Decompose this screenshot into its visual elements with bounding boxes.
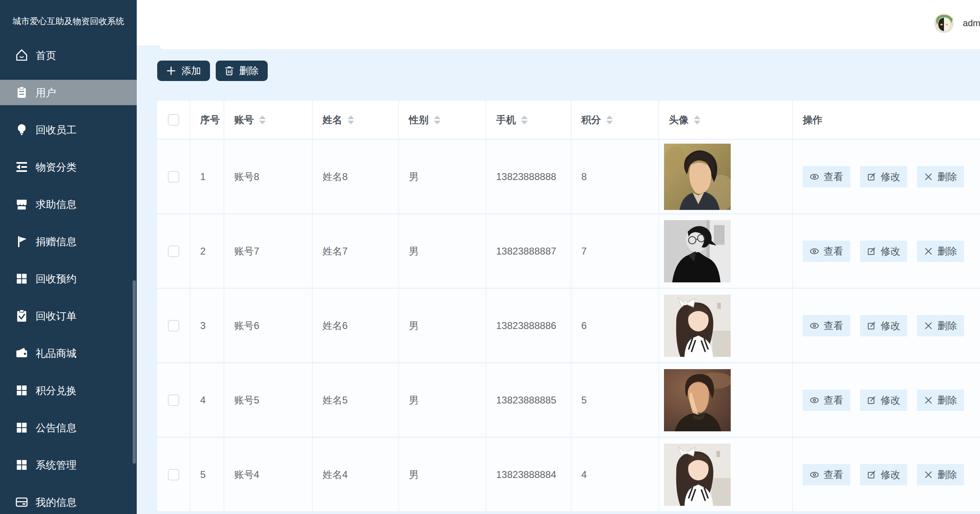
sort-icon[interactable] bbox=[694, 115, 700, 124]
storefront-icon bbox=[15, 197, 29, 211]
app-root: 城市爱心互助及物资回收系统 首页 用户 回收员工 bbox=[0, 0, 980, 514]
column-header-phone[interactable]: 手机 bbox=[486, 101, 571, 140]
clipboard-check-icon bbox=[15, 309, 29, 323]
sidebar-item-material-category[interactable]: 物资分类 bbox=[0, 154, 137, 180]
cell-points: 4 bbox=[571, 438, 659, 512]
sidebar-item-users[interactable]: 用户 bbox=[0, 80, 137, 105]
sidebar-item-label: 回收订单 bbox=[36, 309, 77, 323]
sidebar-scrollbar-thumb[interactable] bbox=[133, 280, 136, 464]
sidebar-item-system-management[interactable]: 系统管理 bbox=[0, 452, 137, 478]
row-actions: 查看 修改 删除 bbox=[803, 390, 980, 411]
sidebar-item-label: 回收预约 bbox=[36, 272, 77, 286]
sidebar-item-points-exchange[interactable]: 积分兑换 bbox=[0, 378, 137, 403]
column-header-avatar[interactable]: 头像 bbox=[659, 101, 793, 140]
row-checkbox[interactable] bbox=[168, 171, 179, 183]
avatar-image bbox=[664, 144, 792, 210]
sidebar-item-label: 物资分类 bbox=[36, 160, 77, 174]
edit-button[interactable]: 修改 bbox=[860, 464, 907, 485]
sort-icon[interactable] bbox=[521, 115, 528, 124]
eye-icon bbox=[810, 396, 819, 405]
sidebar-item-help-info[interactable]: 求助信息 bbox=[0, 192, 137, 217]
user-menu[interactable]: admin bbox=[934, 14, 980, 33]
view-button[interactable]: 查看 bbox=[803, 166, 850, 187]
select-all-cell bbox=[157, 101, 190, 140]
avatar-image bbox=[664, 369, 792, 431]
eye-icon bbox=[810, 172, 819, 181]
cell-seq: 2 bbox=[190, 214, 224, 289]
row-checkbox[interactable] bbox=[168, 395, 179, 406]
column-header-gender[interactable]: 性别 bbox=[399, 101, 486, 140]
avatar-image bbox=[664, 295, 792, 357]
cell-name: 姓名8 bbox=[313, 140, 399, 214]
sidebar-item-recycle-appointment[interactable]: 回收预约 bbox=[0, 266, 137, 291]
user-avatar[interactable] bbox=[934, 14, 954, 33]
edit-button[interactable]: 修改 bbox=[860, 241, 907, 262]
cell-gender: 男 bbox=[399, 214, 486, 289]
sort-icon[interactable] bbox=[348, 115, 354, 124]
sidebar-item-label: 回收员工 bbox=[36, 123, 77, 137]
id-card-icon bbox=[15, 495, 29, 509]
delete-button-label: 删除 bbox=[239, 64, 259, 77]
column-header-points[interactable]: 积分 bbox=[571, 101, 659, 140]
column-header-seq: 序号 bbox=[190, 101, 224, 140]
cell-account: 账号8 bbox=[224, 140, 313, 214]
add-button[interactable]: 添加 bbox=[157, 61, 210, 81]
table-row: 4 账号5 姓名5 男 13823888885 5 查看 修改 删除 bbox=[157, 363, 980, 438]
row-actions: 查看 修改 删除 bbox=[803, 315, 980, 336]
delete-row-button[interactable]: 删除 bbox=[917, 315, 964, 336]
toolbar: 添加 删除 bbox=[157, 61, 980, 81]
view-button[interactable]: 查看 bbox=[803, 464, 850, 485]
delete-row-button[interactable]: 删除 bbox=[917, 241, 964, 262]
sidebar-item-recycle-staff[interactable]: 回收员工 bbox=[0, 117, 137, 142]
edit-button[interactable]: 修改 bbox=[860, 315, 907, 336]
row-checkbox[interactable] bbox=[168, 320, 179, 331]
edit-icon bbox=[867, 470, 876, 479]
delete-button[interactable]: 删除 bbox=[216, 61, 268, 81]
row-checkbox[interactable] bbox=[168, 469, 179, 480]
sidebar-item-home[interactable]: 首页 bbox=[0, 43, 137, 68]
cell-seq: 4 bbox=[190, 363, 224, 438]
page-content: 添加 删除 序号 账号 bbox=[137, 45, 980, 512]
edit-button[interactable]: 修改 bbox=[860, 390, 907, 411]
x-icon bbox=[924, 396, 933, 405]
sidebar-item-my-info[interactable]: 我的信息 bbox=[0, 489, 137, 514]
view-button[interactable]: 查看 bbox=[803, 241, 850, 262]
sidebar-item-donation-info[interactable]: 捐赠信息 bbox=[0, 229, 137, 254]
users-table: 序号 账号 姓名 性别 手机 积分 头像 操作 1 账 bbox=[157, 101, 980, 512]
column-header-name[interactable]: 姓名 bbox=[313, 101, 399, 140]
delete-row-button[interactable]: 删除 bbox=[917, 390, 964, 411]
table-header-row: 序号 账号 姓名 性别 手机 积分 头像 操作 bbox=[157, 101, 980, 140]
sidebar-item-gift-mall[interactable]: 礼品商城 bbox=[0, 340, 137, 366]
delete-row-button[interactable]: 删除 bbox=[917, 166, 964, 187]
sort-icon[interactable] bbox=[259, 115, 266, 124]
column-header-account[interactable]: 账号 bbox=[224, 101, 313, 140]
edit-button[interactable]: 修改 bbox=[860, 166, 907, 187]
cell-seq: 3 bbox=[190, 289, 224, 363]
sidebar-item-label: 系统管理 bbox=[36, 458, 77, 472]
row-checkbox[interactable] bbox=[168, 246, 179, 257]
sidebar-item-announcement[interactable]: 公告信息 bbox=[0, 415, 137, 440]
sidebar-item-label: 公告信息 bbox=[36, 421, 77, 435]
cell-points: 6 bbox=[571, 289, 659, 363]
select-all-checkbox[interactable] bbox=[168, 114, 179, 126]
sort-icon[interactable] bbox=[434, 115, 440, 124]
delete-row-button[interactable]: 删除 bbox=[917, 464, 964, 485]
grid-icon bbox=[15, 383, 29, 397]
view-button[interactable]: 查看 bbox=[803, 315, 850, 336]
cell-phone: 13823888886 bbox=[486, 289, 571, 363]
cell-seq: 5 bbox=[190, 438, 224, 512]
cell-name: 姓名4 bbox=[313, 438, 399, 512]
grid-icon bbox=[15, 458, 29, 472]
cell-gender: 男 bbox=[399, 289, 486, 363]
sidebar-item-label: 求助信息 bbox=[36, 198, 77, 211]
x-icon bbox=[924, 470, 933, 479]
cell-points: 8 bbox=[571, 140, 659, 214]
cell-phone: 13823888885 bbox=[486, 363, 571, 438]
eye-icon bbox=[810, 470, 819, 479]
sidebar-item-recycle-order[interactable]: 回收订单 bbox=[0, 303, 137, 329]
view-button[interactable]: 查看 bbox=[803, 390, 850, 411]
home-icon bbox=[15, 48, 29, 62]
cell-account: 账号4 bbox=[224, 438, 313, 512]
sort-icon[interactable] bbox=[606, 115, 613, 124]
edit-icon bbox=[867, 247, 876, 256]
